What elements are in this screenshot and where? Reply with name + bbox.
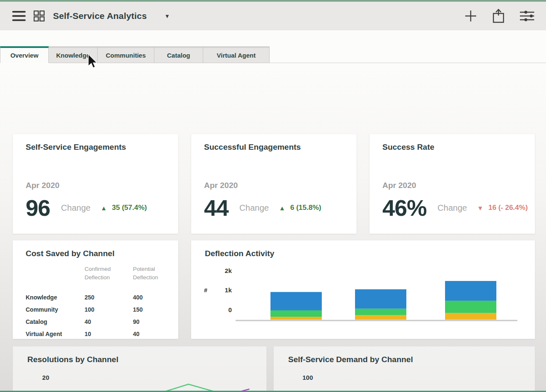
demand-card: Self-Service Demand by Channel 100 50 0 … <box>273 346 535 392</box>
bar-segment[interactable] <box>355 315 406 320</box>
row-label: Catalog <box>26 318 85 325</box>
row-label: Virtual Agent <box>26 331 85 337</box>
row-label: Knowledge <box>26 294 85 301</box>
tab-knowledge[interactable]: Knowledge <box>49 46 98 63</box>
kpi-card-successful-engagements: Successful Engagements Apr 2020 44 Chang… <box>191 134 357 234</box>
bar-segment[interactable] <box>445 301 496 313</box>
row-value: 90 <box>133 318 179 325</box>
tab-communities[interactable]: Communities <box>98 46 154 63</box>
bar-segment[interactable] <box>445 313 496 320</box>
dashboard-tabs: Overview Knowledge Communities Catalog V… <box>0 46 270 63</box>
row-value: 40 <box>85 318 133 325</box>
row-value: 40 <box>133 331 179 337</box>
app-window: Self-Service Analytics ▼ <box>0 0 546 392</box>
kpi-card-self-service-engagements: Self-Service Engagements Apr 2020 96 Cha… <box>13 134 178 234</box>
y-tick: 0 <box>216 306 232 314</box>
kpi-value: 96 <box>26 196 50 219</box>
kpi-delta: 35 (57.4%) <box>112 204 147 212</box>
kpi-period: Apr 2020 <box>204 181 238 190</box>
kpi-change-label: Change <box>239 203 269 213</box>
resolutions-line-chart: Jan '20Feb '20Mar '20Apr '20 <box>50 371 261 392</box>
triangle-up-icon: ▲ <box>279 204 285 212</box>
dashboard-grid-button[interactable] <box>33 10 45 22</box>
deflection-bar-chart <box>231 268 522 323</box>
chart-title: Resolutions by Channel <box>27 355 118 364</box>
kpi-title: Success Rate <box>382 143 435 152</box>
y-tick: 1k <box>216 286 232 294</box>
row-value: 10 <box>85 331 133 337</box>
kpi-period: Apr 2020 <box>26 181 59 190</box>
kpi-value-row: 96 Change ▲ 35 (57.4%) <box>26 196 172 219</box>
bar-segment[interactable] <box>270 310 322 317</box>
kpi-value: 46% <box>382 196 427 219</box>
y-tick: 20 <box>33 373 49 382</box>
column-header-potential: Potential Deflection <box>133 265 168 282</box>
y-tick: 100 <box>297 373 313 382</box>
bar-segment[interactable] <box>355 289 406 309</box>
row-value: 400 <box>133 294 179 301</box>
tab-label: Overview <box>11 52 39 59</box>
kpi-title: Successful Engagements <box>204 143 301 152</box>
column-header-blank <box>26 265 85 282</box>
kpi-value-row: 44 Change ▲ 6 (15.8%) <box>204 196 350 219</box>
filter-button[interactable] <box>520 10 534 22</box>
cost-table-title: Cost Saved by Channel <box>26 249 114 258</box>
bar-segment[interactable] <box>355 309 406 315</box>
y-axis-unit: # <box>204 286 207 294</box>
kpi-value: 44 <box>204 196 228 219</box>
table-row: Virtual Agent1040 <box>26 328 170 340</box>
table-row: Knowledge250400 <box>26 291 170 303</box>
share-icon <box>492 9 505 23</box>
tab-catalog[interactable]: Catalog <box>154 46 203 63</box>
y-tick: 2k <box>216 267 232 275</box>
table-row: Community100150 <box>26 303 170 315</box>
page-title: Self-Service Analytics <box>53 11 147 21</box>
tab-overview[interactable]: Overview <box>0 46 49 63</box>
kpi-delta: 16 (- 26.4%) <box>488 204 528 212</box>
deflection-activity-card: Deflection Activity 2k 1k 0 # Potential … <box>191 240 535 339</box>
tab-label: Communities <box>106 52 146 59</box>
kpi-delta: 6 (15.8%) <box>290 204 321 212</box>
dashboard-content: Self-Service Engagements Apr 2020 96 Cha… <box>0 64 546 391</box>
hamburger-icon <box>12 11 26 21</box>
kpi-card-success-rate: Success Rate Apr 2020 46% Change ▼ 16 (-… <box>369 134 535 234</box>
chart-title: Deflection Activity <box>205 249 274 258</box>
share-button[interactable] <box>492 9 505 23</box>
resolutions-card: Resolutions by Channel 20 10 0 # Jan '20… <box>13 346 267 392</box>
row-value: 150 <box>133 306 179 313</box>
app-header: Self-Service Analytics ▼ <box>0 2 546 30</box>
tab-label: Knowledge <box>56 52 90 59</box>
triangle-up-icon: ▲ <box>101 204 107 212</box>
kpi-value-row: 46% Change ▼ 16 (- 26.4%) <box>382 196 529 219</box>
cost-table-body: Knowledge250400Community100150Catalog409… <box>26 291 170 340</box>
chart-title: Self-Service Demand by Channel <box>288 355 413 364</box>
bar-segment[interactable] <box>270 317 322 320</box>
kpi-change-label: Change <box>437 203 467 213</box>
bar-segment[interactable] <box>445 281 496 301</box>
kpi-period: Apr 2020 <box>382 181 416 190</box>
tab-label: Virtual Agent <box>217 52 256 59</box>
column-header-confirmed: Confirmed Deflection <box>85 265 120 282</box>
caret-down-icon[interactable]: ▼ <box>164 13 170 19</box>
row-value: 250 <box>85 294 133 301</box>
cost-table-header: Confirmed Deflection Potential Deflectio… <box>26 265 170 282</box>
filter-sliders-icon <box>520 10 534 22</box>
grid-icon <box>34 11 45 21</box>
table-row: Catalog4090 <box>26 315 170 328</box>
menu-button[interactable] <box>12 9 26 23</box>
cost-saved-card: Cost Saved by Channel Confirmed Deflecti… <box>13 240 178 339</box>
add-button[interactable] <box>464 10 477 22</box>
row-label: Community <box>26 306 85 313</box>
tab-label: Catalog <box>167 52 190 59</box>
row-value: 100 <box>85 306 133 313</box>
triangle-down-icon: ▼ <box>477 204 483 212</box>
kpi-title: Self-Service Engagements <box>26 143 126 152</box>
bar-segment[interactable] <box>270 292 322 310</box>
plus-icon <box>464 10 477 22</box>
demand-line-chart: Jan '20Feb '20Mar '20Apr '20 <box>315 371 527 392</box>
kpi-change-label: Change <box>61 203 90 213</box>
tab-virtual-agent[interactable]: Virtual Agent <box>203 46 270 63</box>
